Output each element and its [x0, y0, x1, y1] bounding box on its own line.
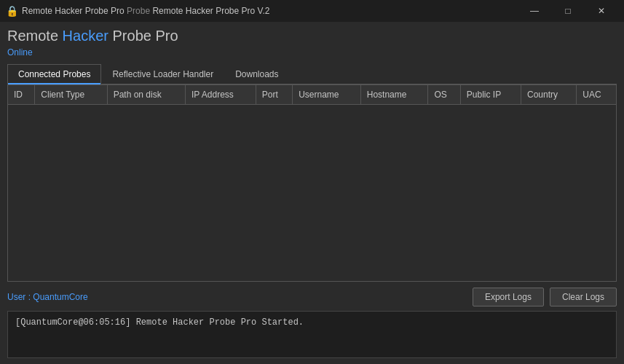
col-port: Port: [256, 85, 292, 105]
log-area: [QuantumCore@06:05:16] Remote Hacker Pro…: [7, 311, 617, 358]
title-bar: 🔒 Remote Hacker Probe Pro Probe Remote H…: [0, 0, 624, 22]
probes-table: ID Client Type Path on disk IP Address P…: [8, 85, 616, 105]
log-line: [QuantumCore@06:05:16] Remote Hacker Pro…: [15, 317, 609, 328]
col-country: Country: [521, 85, 577, 105]
title-bar-text: Remote Hacker Probe Pro Probe Remote Hac…: [22, 6, 518, 16]
col-public-ip: Public IP: [460, 85, 521, 105]
app-icon: 🔒: [6, 5, 17, 17]
window-controls: — □ ✕: [518, 0, 618, 22]
app-title-part1: Remote: [7, 28, 63, 44]
app-name: Remote Hacker Probe Pro: [22, 6, 125, 16]
close-button[interactable]: ✕: [585, 0, 618, 22]
table-header-row: ID Client Type Path on disk IP Address P…: [8, 85, 616, 105]
app-content: Remote Hacker Probe Pro Online Connected…: [0, 22, 624, 364]
col-os: OS: [428, 85, 460, 105]
tab-connected-probes[interactable]: Connected Probes: [7, 64, 101, 84]
title-version: Remote Hacker Probe Pro V.2: [152, 6, 269, 16]
col-id: ID: [8, 85, 35, 105]
app-title: Remote Hacker Probe Pro: [7, 28, 617, 44]
maximize-button[interactable]: □: [551, 0, 585, 22]
app-title-hacker: Hacker: [63, 28, 108, 44]
tab-downloads[interactable]: Downloads: [224, 64, 289, 84]
col-path-on-disk: Path on disk: [107, 85, 185, 105]
tab-bar: Connected Probes Reflective Loader Handl…: [7, 63, 617, 84]
user-row: User : QuantumCore Export Logs Clear Log…: [7, 288, 617, 306]
col-ip-address: IP Address: [186, 85, 256, 105]
clear-logs-button[interactable]: Clear Logs: [550, 288, 617, 306]
tab-reflective-loader[interactable]: Reflective Loader Handler: [101, 64, 224, 84]
col-username: Username: [293, 85, 361, 105]
col-hostname: Hostname: [360, 85, 428, 105]
col-client-type: Client Type: [35, 85, 107, 105]
app-title-part2: Probe Pro: [108, 28, 178, 44]
log-buttons: Export Logs Clear Logs: [473, 288, 617, 306]
col-uac: UAC: [577, 85, 616, 105]
user-label: User : QuantumCore: [7, 292, 88, 302]
bottom-section: User : QuantumCore Export Logs Clear Log…: [7, 288, 617, 358]
minimize-button[interactable]: —: [518, 0, 551, 22]
probes-table-container: ID Client Type Path on disk IP Address P…: [7, 84, 617, 282]
export-logs-button[interactable]: Export Logs: [473, 288, 544, 306]
status-label: Online: [7, 47, 617, 58]
title-separator1: Probe: [127, 6, 152, 16]
